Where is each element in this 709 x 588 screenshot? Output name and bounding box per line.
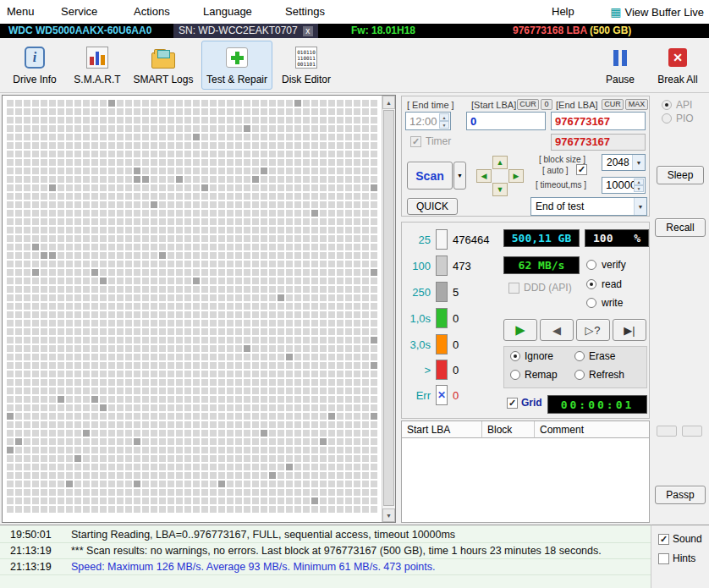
scan-cell xyxy=(244,379,250,386)
scan-cell xyxy=(159,396,166,403)
defects-header-block[interactable]: Block xyxy=(482,421,535,438)
passp-button[interactable]: Passp xyxy=(655,486,706,504)
scan-cell xyxy=(345,311,352,318)
scan-cell xyxy=(362,396,369,403)
scan-cell xyxy=(134,396,140,403)
quick-button[interactable]: QUICK xyxy=(407,198,458,215)
smart-button[interactable]: S.M.A.R.T xyxy=(68,41,127,90)
scan-cell xyxy=(362,379,369,386)
timer-checkbox[interactable] xyxy=(410,136,421,147)
seek-right-button[interactable] xyxy=(508,169,524,183)
scan-cell xyxy=(151,100,157,107)
scan-cell xyxy=(117,438,124,445)
serial-close-button[interactable]: x xyxy=(303,26,313,36)
api-radio[interactable] xyxy=(662,100,672,110)
scan-cell xyxy=(49,387,56,394)
write-radio[interactable] xyxy=(586,298,596,308)
scan-cell xyxy=(227,438,234,445)
seek-up-button[interactable] xyxy=(492,156,508,169)
pause-button[interactable]: Pause xyxy=(596,41,645,90)
menu-item-help[interactable]: Help xyxy=(552,0,574,24)
serial-tab[interactable]: SN: WD-WCC2EAKT0707 x xyxy=(173,24,318,38)
block-size-combo[interactable]: 2048 xyxy=(602,154,646,171)
seek-left-button[interactable] xyxy=(476,169,492,183)
scan-cell xyxy=(261,354,267,360)
defects-header-comment[interactable]: Comment xyxy=(535,421,649,438)
play-button[interactable] xyxy=(503,319,537,341)
scan-cell xyxy=(74,176,81,183)
scan-cell xyxy=(303,345,310,352)
scan-cell xyxy=(337,421,344,428)
scan-button[interactable]: Scan xyxy=(407,162,453,190)
scan-cell xyxy=(320,100,327,107)
sound-checkbox[interactable] xyxy=(658,534,669,545)
scan-cell xyxy=(278,151,284,157)
scan-cell xyxy=(294,404,301,411)
reverse-button[interactable] xyxy=(540,319,574,341)
scan-cell xyxy=(193,481,200,487)
sleep-button[interactable]: Sleep xyxy=(657,166,704,184)
scan-cell xyxy=(354,235,360,242)
defects-header-start-lba[interactable]: Start LBA xyxy=(402,421,482,438)
combo-arrow-icon[interactable] xyxy=(634,198,646,215)
seek-down-button[interactable] xyxy=(492,183,508,196)
read-radio[interactable] xyxy=(586,279,596,289)
disk-editor-button[interactable]: Disk Editor xyxy=(276,41,337,90)
menu-item-service[interactable]: Service xyxy=(61,0,97,24)
scan-cell xyxy=(303,193,310,200)
jump-question-button[interactable] xyxy=(576,319,610,341)
remap-radio[interactable] xyxy=(510,370,520,380)
grid-checkbox[interactable] xyxy=(507,398,518,409)
jump-end-button[interactable] xyxy=(613,319,646,341)
menu-item-menu[interactable]: Menu xyxy=(7,0,35,24)
scan-cell xyxy=(244,438,250,445)
start-lba-cur-button[interactable]: CUR xyxy=(517,99,539,110)
start-lba-zero-button[interactable]: 0 xyxy=(541,99,552,110)
end-time-spinner[interactable] xyxy=(439,113,449,129)
scan-cell xyxy=(278,430,284,437)
scroll-down-icon[interactable] xyxy=(382,508,395,522)
scan-cell xyxy=(32,125,39,132)
test-repair-button[interactable]: Test & Repair xyxy=(201,41,272,90)
timeout-spinner[interactable] xyxy=(634,179,644,192)
grid-scrollbar[interactable] xyxy=(382,96,395,522)
break-all-button[interactable]: Break All xyxy=(651,41,704,90)
scan-cell xyxy=(15,481,22,487)
smart-logs-button[interactable]: SMART Logs xyxy=(130,41,196,90)
view-buffer-live-button[interactable]: ▦ View Buffer Live xyxy=(610,0,704,24)
scan-cell xyxy=(176,345,183,352)
drive-info-button[interactable]: i Drive Info xyxy=(5,41,64,90)
scroll-up-icon[interactable] xyxy=(382,96,395,109)
scan-cell xyxy=(311,362,318,369)
verify-radio[interactable] xyxy=(586,260,596,270)
end-lba-input[interactable] xyxy=(551,112,646,130)
scan-dropdown-button[interactable]: ▼ xyxy=(453,162,466,190)
recall-button[interactable]: Recall xyxy=(655,218,706,237)
start-lba-input[interactable] xyxy=(466,112,546,130)
menu-item-settings[interactable]: Settings xyxy=(285,0,325,24)
scan-cell xyxy=(176,261,183,267)
scan-cell xyxy=(91,438,98,445)
menu-item-language[interactable]: Language xyxy=(203,0,252,24)
hints-checkbox[interactable] xyxy=(658,553,669,564)
scan-cell xyxy=(328,421,335,428)
scan-cell xyxy=(74,387,81,394)
refresh-radio[interactable] xyxy=(574,370,585,380)
erase-radio[interactable] xyxy=(574,351,585,361)
ignore-radio[interactable] xyxy=(510,351,520,361)
scan-cell xyxy=(354,404,360,411)
scan-cell xyxy=(91,261,98,267)
pio-radio[interactable] xyxy=(662,113,672,124)
auto-checkbox[interactable] xyxy=(576,164,587,175)
combo-arrow-icon[interactable] xyxy=(632,155,645,170)
menu-item-actions[interactable]: Actions xyxy=(134,0,170,24)
ddd-checkbox[interactable] xyxy=(508,283,519,294)
scroll-thumb[interactable] xyxy=(383,110,394,506)
end-of-test-combo[interactable]: End of test xyxy=(530,197,647,216)
scan-cell xyxy=(151,396,157,403)
scan-cell xyxy=(83,159,90,166)
scan-cell xyxy=(328,244,335,250)
scan-cell xyxy=(91,489,98,496)
end-lba-cur-button[interactable]: CUR xyxy=(602,99,624,110)
end-lba-max-button[interactable]: MAX xyxy=(625,99,648,110)
